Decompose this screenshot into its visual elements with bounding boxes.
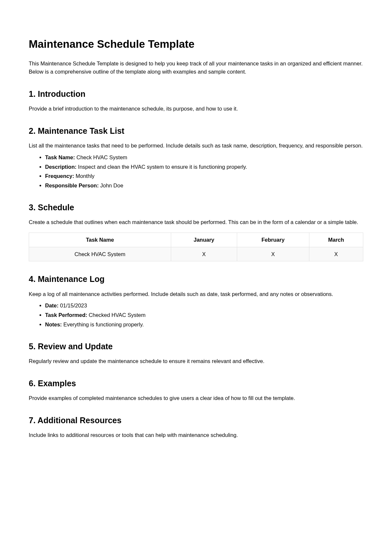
section-6-heading: 6. Examples: [29, 377, 363, 390]
list-item: Task Name: Check HVAC System: [45, 153, 363, 162]
section-7-heading: 7. Additional Resources: [29, 414, 363, 427]
item-label: Date:: [45, 303, 58, 308]
list-item: Task Performed: Checked HVAC System: [45, 311, 363, 319]
schedule-table: Task Name January February March Check H…: [29, 233, 363, 262]
section-5-heading: 5. Review and Update: [29, 340, 363, 353]
section-7-body: Include links to additional resources or…: [29, 431, 363, 440]
item-value: 01/15/2023: [58, 303, 87, 308]
section-4-heading: 4. Maintenance Log: [29, 273, 363, 286]
list-item: Responsible Person: John Doe: [45, 182, 363, 190]
list-item: Date: 01/15/2023: [45, 302, 363, 310]
section-1-heading: 1. Introduction: [29, 88, 363, 100]
section-5-body: Regularly review and update the maintena…: [29, 357, 363, 366]
list-item: Frequency: Monthly: [45, 172, 363, 180]
section-4-body: Keep a log of all maintenance activities…: [29, 290, 363, 299]
table-cell: X: [309, 247, 363, 261]
item-value: Inspect and clean the HVAC system to ens…: [76, 164, 247, 170]
item-label: Task Name:: [45, 154, 75, 160]
section-3-heading: 3. Schedule: [29, 201, 363, 214]
table-header-cell: January: [171, 233, 237, 247]
section-6-body: Provide examples of completed maintenanc…: [29, 394, 363, 403]
table-header-cell: Task Name: [29, 233, 171, 247]
table-header-row: Task Name January February March: [29, 233, 363, 247]
section-3-body: Create a schedule that outlines when eac…: [29, 218, 363, 227]
list-item: Notes: Everything is functioning properl…: [45, 321, 363, 329]
item-value: John Doe: [99, 182, 123, 188]
item-label: Frequency:: [45, 173, 74, 179]
table-cell: X: [171, 247, 237, 261]
table-row: Check HVAC System X X X: [29, 247, 363, 261]
item-value: Everything is functioning properly.: [62, 321, 144, 327]
section-2-heading: 2. Maintenance Task List: [29, 125, 363, 137]
table-header-cell: February: [237, 233, 309, 247]
item-label: Description:: [45, 164, 76, 170]
section-1-body: Provide a brief introduction to the main…: [29, 105, 363, 113]
task-list: Task Name: Check HVAC System Description…: [29, 153, 363, 190]
page-title: Maintenance Schedule Template: [29, 36, 363, 52]
item-value: Monthly: [74, 173, 94, 179]
intro-paragraph: This Maintenance Schedule Template is de…: [29, 60, 363, 76]
list-item: Description: Inspect and clean the HVAC …: [45, 163, 363, 171]
log-list: Date: 01/15/2023 Task Performed: Checked…: [29, 302, 363, 328]
item-value: Checked HVAC System: [87, 312, 146, 318]
table-cell: X: [237, 247, 309, 261]
item-label: Notes:: [45, 321, 62, 327]
table-header-cell: March: [309, 233, 363, 247]
table-cell: Check HVAC System: [29, 247, 171, 261]
section-2-body: List all the maintenance tasks that need…: [29, 142, 363, 150]
item-label: Responsible Person:: [45, 182, 99, 188]
item-label: Task Performed:: [45, 312, 87, 318]
item-value: Check HVAC System: [75, 154, 127, 160]
